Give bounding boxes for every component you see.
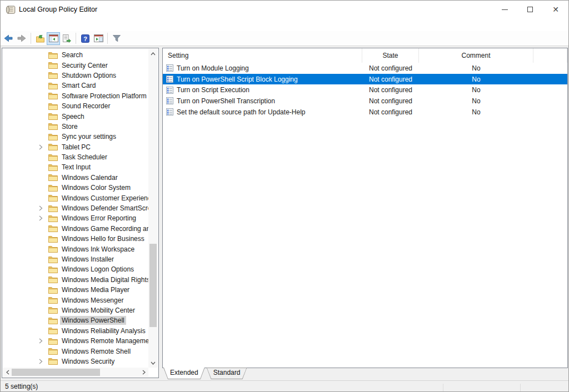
tree-item[interactable]: Windows Calendar	[3, 173, 148, 183]
folder-icon	[48, 72, 58, 79]
scroll-left-icon[interactable]	[3, 368, 12, 377]
setting-name: Turn on PowerShell Script Block Logging	[177, 76, 298, 83]
folder-icon	[48, 62, 58, 69]
menu-item[interactable]	[13, 23, 23, 27]
export-list-button[interactable]	[60, 32, 73, 45]
tree-item[interactable]: Windows Mobility Center	[3, 305, 148, 315]
folder-icon	[48, 296, 58, 304]
local-group-policy-editor-window: Local Group Policy Editor ✕	[0, 0, 569, 392]
scroll-up-icon[interactable]	[148, 49, 158, 58]
column-header-state[interactable]: State	[362, 48, 419, 63]
tree-horizontal-scrollbar[interactable]	[3, 368, 148, 377]
menu-bar	[1, 18, 568, 31]
gpedit-scroll-icon	[6, 5, 16, 14]
tree-item-label: Windows Security	[60, 357, 116, 366]
tree-item[interactable]: Smart Card	[3, 81, 148, 91]
tree-item[interactable]: Windows Error Reporting	[3, 213, 148, 223]
vertical-scrollbar-thumb[interactable]	[149, 244, 157, 327]
tree-item[interactable]: Windows Logon Options	[3, 264, 148, 274]
console-tree-icon	[49, 34, 58, 42]
close-icon: ✕	[552, 6, 559, 13]
tree-item[interactable]: Windows Hello for Business	[3, 234, 148, 244]
show-console-tree-button[interactable]	[47, 32, 60, 45]
chevron-right-icon[interactable]	[38, 144, 43, 150]
tree-item-label: Windows Game Recording and	[60, 224, 148, 233]
toolbar-separator	[31, 33, 31, 44]
tree-item[interactable]: Store	[3, 122, 148, 132]
tree-item[interactable]: Tablet PC	[3, 142, 148, 152]
horizontal-scrollbar-thumb[interactable]	[12, 369, 100, 376]
tree-item[interactable]: Windows Installer	[3, 254, 148, 264]
forward-button[interactable]	[15, 32, 28, 45]
tree-item[interactable]: Security Center	[3, 60, 148, 70]
tree-vertical-scrollbar[interactable]	[148, 49, 158, 368]
tree-item[interactable]: Windows Defender SmartScree	[3, 203, 148, 213]
setting-row[interactable]: Turn on PowerShell Script Block Logging …	[163, 74, 567, 85]
tree-item[interactable]: Windows Customer Experience	[3, 193, 148, 203]
tree-item[interactable]: Text Input	[3, 162, 148, 172]
scroll-right-icon[interactable]	[139, 368, 148, 377]
tree-item-label: Search	[60, 51, 84, 59]
tree-item-label: Store	[60, 122, 79, 131]
tree-item[interactable]: Windows Reliability Analysis	[3, 326, 148, 336]
close-button[interactable]: ✕	[543, 1, 568, 18]
tree-item-label: Task Scheduler	[60, 153, 109, 162]
tree-item[interactable]: Windows Security	[3, 356, 148, 366]
folder-icon	[48, 306, 58, 314]
up-one-level-button[interactable]	[33, 32, 47, 45]
tree-item[interactable]: Speech	[3, 111, 148, 121]
tree-item[interactable]: Search	[3, 50, 148, 60]
setting-row[interactable]: Turn on Script Execution Not configured …	[163, 84, 567, 96]
maximize-button[interactable]	[517, 1, 543, 18]
filter-button[interactable]	[110, 32, 123, 45]
column-header-setting[interactable]: Setting	[163, 48, 362, 63]
chevron-right-icon[interactable]	[38, 359, 43, 364]
setting-row[interactable]: Turn on PowerShell Transcription Not con…	[163, 96, 567, 107]
folder-icon	[48, 287, 58, 294]
menu-item[interactable]	[33, 23, 43, 27]
tree-item[interactable]: Windows PowerShell	[3, 315, 148, 325]
setting-comment: No	[419, 108, 533, 116]
tree-item[interactable]: Sound Recorder	[3, 101, 148, 111]
menu-item[interactable]	[23, 23, 33, 27]
policy-setting-icon	[166, 64, 173, 72]
menu-item[interactable]	[3, 23, 13, 27]
back-button[interactable]	[2, 32, 15, 45]
chevron-right-icon[interactable]	[38, 205, 43, 211]
show-in-new-window-button[interactable]	[92, 32, 105, 45]
title-bar: Local Group Policy Editor ✕	[1, 1, 568, 18]
tree-item[interactable]: Shutdown Options	[3, 71, 148, 81]
setting-row[interactable]: Set the default source path for Update-H…	[163, 107, 567, 118]
status-bar: 5 setting(s)	[1, 380, 568, 392]
tree-item-label: Software Protection Platform	[60, 92, 148, 100]
tree-item[interactable]: Windows Messenger	[3, 295, 148, 305]
column-header-comment[interactable]: Comment	[419, 48, 533, 63]
help-button[interactable]: ?	[78, 32, 92, 45]
tree-item[interactable]: Software Protection Platform	[3, 91, 148, 101]
minimize-button[interactable]	[492, 1, 517, 18]
setting-state: Not configured	[362, 64, 419, 72]
tree-item-label: Tablet PC	[60, 143, 92, 152]
chevron-right-icon[interactable]	[38, 338, 43, 344]
tree-item[interactable]: Windows Remote Managemen	[3, 336, 148, 346]
folder-icon	[48, 113, 58, 120]
setting-state: Not configured	[362, 108, 419, 116]
setting-comment: No	[419, 76, 533, 83]
tree-item[interactable]: Windows Ink Workspace	[3, 244, 148, 254]
tree-item[interactable]: Windows Media Digital Rights	[3, 275, 148, 285]
tree-item[interactable]: Windows Remote Shell	[3, 346, 148, 356]
tab-standard[interactable]: Standard	[207, 368, 247, 379]
setting-row[interactable]: Turn on Module Logging Not configured No	[163, 63, 567, 74]
scroll-down-icon[interactable]	[148, 358, 158, 368]
tree-item-label: Windows PowerShell	[60, 316, 126, 325]
chevron-right-icon[interactable]	[38, 215, 43, 221]
tab-extended[interactable]: Extended	[163, 368, 205, 379]
tree-item-label: Windows Error Reporting	[60, 214, 138, 223]
folder-icon	[48, 245, 58, 253]
tree-item[interactable]: Sync your settings	[3, 132, 148, 142]
tree-item[interactable]: Windows Media Player	[3, 285, 148, 295]
tree-item[interactable]: Windows Game Recording and	[3, 224, 148, 234]
tree-item-label: Windows Remote Managemen	[60, 336, 148, 345]
tree-item[interactable]: Task Scheduler	[3, 152, 148, 162]
tree-item[interactable]: Windows Color System	[3, 183, 148, 193]
